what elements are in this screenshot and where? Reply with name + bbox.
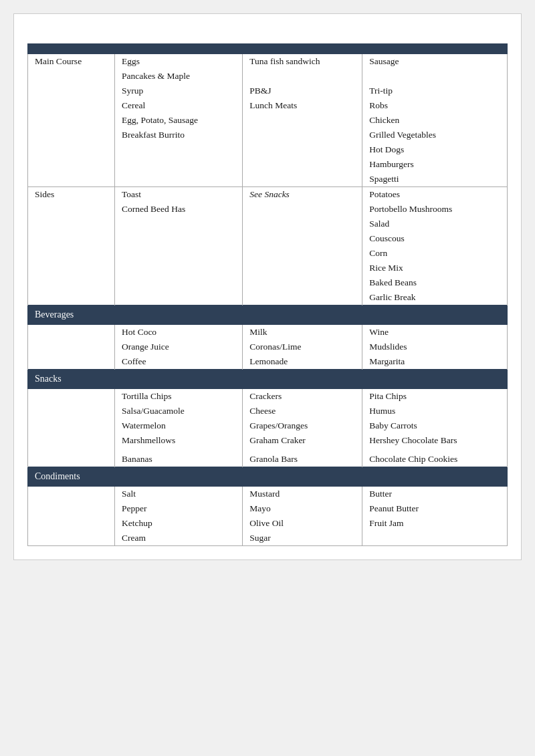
breakfast-cell: Orange Juice [115,340,243,354]
table-row: WatermelonGrapes/OrangesBaby Carrots [28,418,508,433]
lunch-cell [243,157,362,172]
breakfast-cell: Ketchup [115,516,243,531]
section-header-row: Snacks [28,370,508,389]
dinner-cell: Grilled Vegetables [362,128,508,142]
dinner-cell: Hamburgers [362,157,508,172]
lunch-cell: Mustard [243,487,362,502]
header-breakfast [115,44,243,54]
table-row: Salad [28,217,508,231]
table-row: Orange JuiceCoronas/LimeMudslides [28,340,508,354]
category-label [28,128,115,142]
category-label [28,501,115,516]
category-label [28,275,115,290]
table-row: Pancakes & Maple [28,69,508,84]
dinner-cell: Hershey Chocolate Bars [362,433,508,448]
category-label [28,325,115,340]
table-row: Egg, Potato, SausageChicken [28,113,508,128]
category-label [28,84,115,98]
table-row: Hamburgers [28,157,508,172]
breakfast-cell: Salt [115,487,243,502]
table-row: Breakfast BurritoGrilled Vegetables [28,128,508,142]
category-label [28,452,115,467]
lunch-cell: Lemonade [243,354,362,370]
lunch-cell: Graham Craker [243,433,362,448]
category-label [28,531,115,546]
table-row: Rice Mix [28,261,508,275]
category-label [28,202,115,217]
category-label [28,217,115,231]
breakfast-cell: Eggs [115,54,243,70]
table-row: Corn [28,246,508,261]
table-row: KetchupOlive OilFruit Jam [28,516,508,531]
dinner-cell: Wine [362,325,508,340]
breakfast-cell [115,157,243,172]
category-label [28,69,115,84]
breakfast-cell: Syrup [115,84,243,98]
category-label: Main Course [28,54,115,70]
category-label: Sides [28,187,115,203]
lunch-cell: Crackers [243,389,362,404]
header-category [28,44,115,54]
page: Main CourseEggsTuna fish sandwichSausage… [13,13,522,560]
table-row: Salsa/GuacamoleCheeseHumus [28,404,508,418]
dinner-cell: Portobello Mushrooms [362,202,508,217]
dinner-cell: Chocolate Chip Cookies [362,452,508,467]
breakfast-cell: Salsa/Guacamole [115,404,243,418]
lunch-cell [243,69,362,84]
lunch-cell: Grapes/Oranges [243,418,362,433]
section-header-row: Condiments [28,467,508,487]
table-row: Baked Beans [28,275,508,290]
table-row: CreamSugar [28,531,508,546]
breakfast-cell: Pancakes & Maple [115,69,243,84]
lunch-cell [243,217,362,231]
dinner-cell: Tri-tip [362,84,508,98]
dinner-cell [362,69,508,84]
dinner-cell: Hot Dogs [362,142,508,157]
breakfast-cell: Breakfast Burrito [115,128,243,142]
category-label [28,172,115,187]
lunch-cell: Mayo [243,501,362,516]
page-title [27,27,508,43]
breakfast-cell: Tortilla Chips [115,389,243,404]
category-label [28,142,115,157]
table-row: SaltMustardButter [28,487,508,502]
table-row: Main CourseEggsTuna fish sandwichSausage [28,54,508,70]
dinner-cell [362,531,508,546]
lunch-cell [243,142,362,157]
table-row: Couscous [28,231,508,246]
breakfast-cell [115,261,243,275]
breakfast-cell: Corned Beed Has [115,202,243,217]
lunch-cell: See Snacks [243,187,362,203]
breakfast-cell [115,246,243,261]
dinner-cell: Robs [362,98,508,113]
category-label [28,157,115,172]
table-row: Hot CocoMilkWine [28,325,508,340]
breakfast-cell: Hot Coco [115,325,243,340]
category-label [28,487,115,502]
dinner-cell: Spagetti [362,172,508,187]
table-row: Spagetti [28,172,508,187]
category-label [28,418,115,433]
dinner-cell: Salad [362,217,508,231]
dinner-cell: Corn [362,246,508,261]
breakfast-cell: Marshmellows [115,433,243,448]
breakfast-cell: Cereal [115,98,243,113]
lunch-cell [243,290,362,305]
lunch-cell: Lunch Meats [243,98,362,113]
lunch-cell [243,113,362,128]
lunch-cell [243,231,362,246]
section-header-label: Condiments [28,467,508,487]
breakfast-cell: Cream [115,531,243,546]
lunch-cell [243,128,362,142]
breakfast-cell [115,231,243,246]
table-row: SyrupPB&JTri-tip [28,84,508,98]
category-label [28,433,115,448]
meal-plan-table: Main CourseEggsTuna fish sandwichSausage… [27,43,508,546]
dinner-cell: Rice Mix [362,261,508,275]
category-label [28,354,115,370]
dinner-cell: Fruit Jam [362,516,508,531]
table-row: PepperMayoPeanut Butter [28,501,508,516]
section-header-label: Snacks [28,370,508,389]
header-dinner [362,44,508,54]
dinner-cell: Baked Beans [362,275,508,290]
